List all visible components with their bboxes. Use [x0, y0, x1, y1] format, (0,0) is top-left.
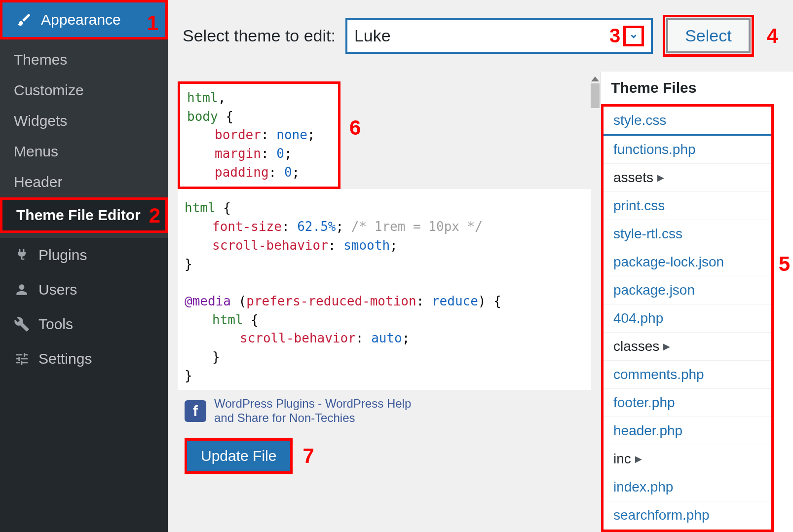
appearance-submenu: Themes Customize Widgets Menus Header Th…: [0, 39, 168, 238]
file-item[interactable]: index.php: [604, 473, 771, 501]
submenu-header[interactable]: Header: [0, 167, 168, 197]
brush-icon: [16, 12, 32, 28]
chevron-right-icon: ▶: [635, 454, 642, 464]
theme-dropdown[interactable]: Luke 3: [345, 18, 653, 54]
facebook-promo[interactable]: f WordPress Plugins - WordPress Help and…: [178, 390, 591, 432]
user-icon: [14, 282, 30, 298]
annotation-number-4: 4: [767, 24, 778, 48]
submenu-theme-file-editor[interactable]: Theme File Editor: [2, 200, 165, 230]
file-item[interactable]: style.css: [604, 107, 771, 136]
annotation-number-2: 2: [149, 204, 160, 228]
facebook-promo-text: WordPress Plugins - WordPress Help and S…: [214, 397, 411, 425]
main-content: Select theme to edit: Luke 3 Select 4: [168, 0, 793, 532]
menu-plugins-label: Plugins: [38, 247, 87, 264]
theme-selector-bar: Select theme to edit: Luke 3 Select 4: [168, 0, 793, 72]
update-file-button[interactable]: Update File: [187, 441, 290, 471]
menu-settings[interactable]: Settings: [0, 342, 168, 376]
annotation-box-2: Theme File Editor 2: [0, 197, 168, 233]
facebook-icon: f: [185, 400, 206, 422]
folder-item[interactable]: classes▶: [604, 333, 771, 361]
file-item[interactable]: package-lock.json: [604, 248, 771, 276]
select-button[interactable]: Select: [666, 18, 751, 53]
menu-appearance[interactable]: Appearance: [2, 2, 165, 37]
menu-appearance-label: Appearance: [41, 11, 121, 28]
file-item[interactable]: header.php: [604, 417, 771, 445]
submenu-customize[interactable]: Customize: [0, 75, 168, 106]
annotation-number-3: 3: [609, 25, 620, 47]
annotation-number-6: 6: [349, 116, 361, 140]
plug-icon: [14, 247, 30, 263]
chevron-right-icon: ▶: [657, 172, 664, 183]
select-theme-label: Select theme to edit:: [183, 26, 336, 45]
annotation-number-5: 5: [779, 252, 790, 276]
annotation-number-1: 1: [147, 11, 158, 35]
theme-files-header: Theme Files: [601, 72, 793, 104]
admin-sidebar: Appearance 1 Themes Customize Widgets Me…: [0, 0, 168, 532]
submenu-menus[interactable]: Menus: [0, 136, 168, 167]
annotation-box-7: Update File: [185, 438, 293, 474]
file-item[interactable]: searchform.php: [604, 501, 771, 530]
folder-item[interactable]: assets▶: [604, 164, 771, 192]
file-item[interactable]: style-rtl.css: [604, 220, 771, 248]
editor-scrollbar[interactable]: [590, 76, 601, 136]
file-item[interactable]: footer.php: [604, 389, 771, 417]
annotation-box-5: style.cssfunctions.phpassets▶print.cssst…: [601, 104, 774, 532]
code-editor[interactable]: html, body { border: none; margin: 0; pa…: [168, 72, 601, 532]
annotation-box-6: html, body { border: none; margin: 0; pa…: [178, 81, 340, 189]
file-item[interactable]: print.css: [604, 192, 771, 220]
file-item[interactable]: functions.php: [604, 136, 771, 164]
theme-files-panel: Theme Files style.cssfunctions.phpassets…: [601, 72, 793, 532]
submenu-themes[interactable]: Themes: [0, 44, 168, 75]
code-body: html { font-size: 62.5%; /* 1rem = 10px …: [178, 189, 591, 390]
annotation-number-7: 7: [302, 444, 314, 468]
menu-users[interactable]: Users: [0, 272, 168, 307]
scroll-up-arrow-icon: [591, 76, 599, 81]
sliders-icon: [14, 351, 30, 367]
chevron-right-icon: ▶: [663, 341, 670, 352]
file-item[interactable]: 404.php: [604, 304, 771, 333]
menu-plugins[interactable]: Plugins: [0, 238, 168, 272]
file-item[interactable]: package.json: [604, 276, 771, 304]
folder-item[interactable]: inc▶: [604, 445, 771, 473]
file-item[interactable]: comments.php: [604, 361, 771, 389]
menu-tools-label: Tools: [38, 316, 73, 333]
annotation-box-1: Appearance 1: [0, 0, 168, 39]
submenu-widgets[interactable]: Widgets: [0, 106, 168, 136]
annotation-box-4: Select: [663, 15, 754, 57]
wrench-icon: [14, 316, 30, 332]
theme-dropdown-value: Luke: [354, 26, 609, 45]
menu-tools[interactable]: Tools: [0, 307, 168, 342]
chevron-down-icon: [628, 31, 639, 41]
menu-users-label: Users: [38, 281, 77, 298]
scroll-thumb[interactable]: [591, 83, 600, 108]
annotation-box-3: [623, 26, 644, 46]
menu-settings-label: Settings: [38, 350, 92, 367]
